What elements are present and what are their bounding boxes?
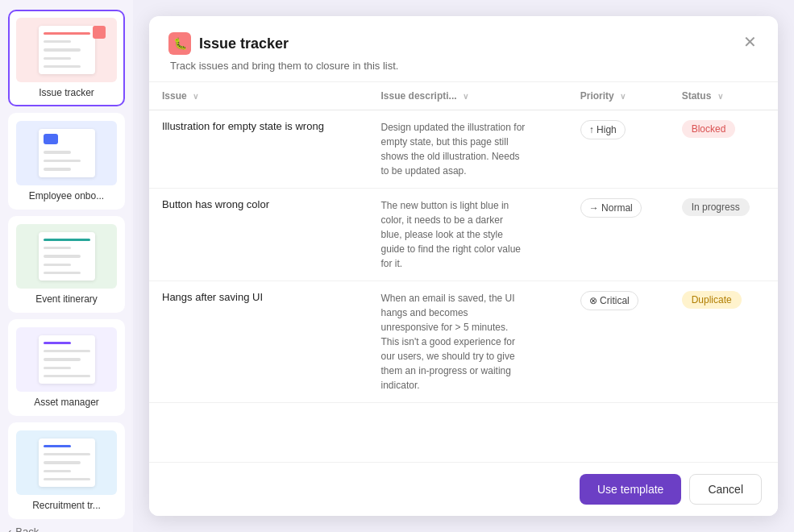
col-issue-label: Issue (162, 90, 187, 102)
modal-header-left: 🐛 Issue tracker Track issues and bring t… (168, 32, 398, 72)
cell-description: The new button is light blue in color, i… (368, 189, 567, 281)
modal-title-row: 🐛 Issue tracker (168, 32, 398, 55)
issue-description: Design updated the illustration for empt… (381, 120, 526, 178)
modal-subtitle: Track issues and bring them to closure i… (168, 60, 398, 72)
issues-table: Issue ∨ Issue descripti... ∨ Priority ∨ (149, 82, 778, 403)
issue-description: When an email is saved, the UI hangs and… (381, 291, 526, 393)
cell-description: Design updated the illustration for empt… (368, 110, 567, 189)
thumb-event-itinerary (16, 224, 117, 289)
sidebar-card-asset-manager[interactable]: Asset manager (8, 319, 125, 416)
thumb-issue-tracker (16, 18, 117, 82)
cell-priority: ↑ High (567, 110, 669, 189)
col-issue-sort-icon[interactable]: ∨ (193, 92, 198, 101)
modal-footer: Use template Cancel (149, 462, 778, 516)
cell-issue: Hangs after saving UI (149, 281, 368, 403)
main-area: 🐛 Issue tracker Track issues and bring t… (133, 0, 794, 532)
table-header-row: Issue ∨ Issue descripti... ∨ Priority ∨ (149, 82, 778, 110)
back-button[interactable]: ‹ Back (8, 526, 125, 532)
col-issue: Issue ∨ (149, 82, 368, 110)
modal-header: 🐛 Issue tracker Track issues and bring t… (149, 16, 778, 82)
issue-name: Illustration for empty state is wrong (162, 120, 355, 132)
table-row: Illustration for empty state is wrongDes… (149, 110, 778, 189)
thumb-employee-onboarding (16, 121, 117, 185)
table-row: Hangs after saving UIWhen an email is sa… (149, 281, 778, 403)
sidebar-card-label-asset-manager: Asset manager (16, 397, 117, 408)
sidebar-card-issue-tracker[interactable]: Issue tracker (8, 10, 125, 106)
col-status-sort-icon[interactable]: ∨ (717, 92, 723, 101)
status-badge: Blocked (682, 120, 736, 138)
col-description-label: Issue descripti... (381, 90, 457, 102)
sidebar-card-event-itinerary[interactable]: Event itinerary (8, 216, 125, 313)
priority-badge: → Normal (580, 198, 642, 218)
col-priority-label: Priority (580, 90, 614, 102)
sidebar-card-label-event-itinerary: Event itinerary (16, 293, 117, 305)
bug-icon: 🐛 (173, 37, 187, 50)
priority-badge: ↑ High (580, 120, 626, 139)
cell-issue: Illustration for empty state is wrong (149, 110, 368, 189)
footer-right: Use template Cancel (580, 474, 762, 505)
col-description: Issue descripti... ∨ (368, 82, 567, 110)
sidebar-card-employee-onboarding[interactable]: Employee onbo... (8, 113, 125, 210)
sidebar-card-label-issue-tracker: Issue tracker (16, 87, 117, 98)
sidebar-card-recruitment[interactable]: Recruitment tr... (8, 422, 125, 519)
modal-icon: 🐛 (168, 32, 191, 55)
cell-description: When an email is saved, the UI hangs and… (368, 281, 567, 403)
back-label: Back (15, 526, 39, 532)
cell-status: Blocked (669, 110, 778, 189)
cell-priority: ⊗ Critical (567, 281, 669, 403)
cell-status: Duplicate (669, 281, 778, 403)
status-badge: Duplicate (682, 291, 742, 309)
sidebar: Issue tracker Employee onbo... Event iti… (0, 0, 133, 532)
thumb-recruitment (16, 430, 117, 495)
close-button[interactable]: ✕ (742, 32, 759, 52)
priority-badge: ⊗ Critical (580, 291, 638, 310)
col-priority-sort-icon[interactable]: ∨ (620, 92, 626, 101)
table-body: Illustration for empty state is wrongDes… (149, 110, 778, 403)
use-template-button[interactable]: Use template (580, 474, 681, 505)
issue-description: The new button is light blue in color, i… (381, 198, 526, 271)
issue-name: Hangs after saving UI (162, 291, 355, 303)
thumb-asset-manager (16, 327, 117, 392)
cancel-button[interactable]: Cancel (689, 474, 762, 505)
table-row: Button has wrong colorThe new button is … (149, 189, 778, 281)
col-status-label: Status (682, 90, 712, 102)
sidebar-card-label-recruitment: Recruitment tr... (16, 500, 117, 511)
modal: 🐛 Issue tracker Track issues and bring t… (149, 16, 778, 516)
col-priority: Priority ∨ (567, 82, 669, 110)
col-status: Status ∨ (669, 82, 778, 110)
back-arrow-icon: ‹ (8, 526, 11, 532)
cell-status: In progress (669, 189, 778, 281)
table-container: Issue ∨ Issue descripti... ∨ Priority ∨ (149, 82, 778, 462)
cell-priority: → Normal (567, 189, 669, 281)
modal-title: Issue tracker (199, 35, 289, 52)
col-description-sort-icon[interactable]: ∨ (463, 92, 468, 101)
status-badge: In progress (682, 198, 750, 216)
cell-issue: Button has wrong color (149, 189, 368, 281)
sidebar-card-label-employee-onboarding: Employee onbo... (16, 190, 117, 202)
issue-name: Button has wrong color (162, 198, 355, 210)
